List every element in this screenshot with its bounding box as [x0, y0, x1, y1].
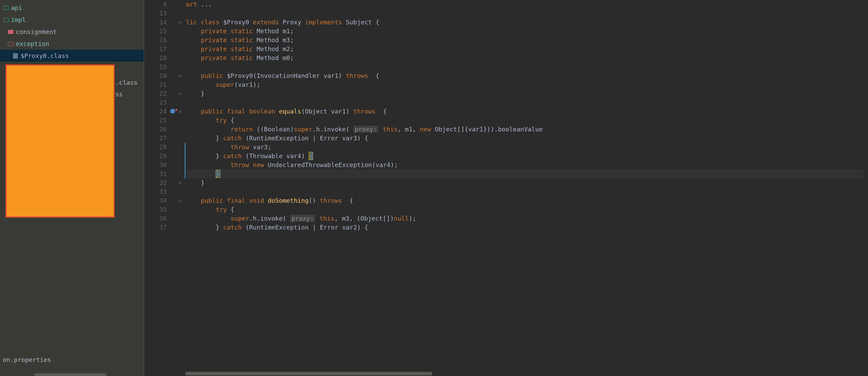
- code-line[interactable]: try {: [186, 205, 868, 214]
- code-line[interactable]: [186, 9, 868, 18]
- code-line[interactable]: super(var1);: [186, 80, 868, 89]
- folder-icon: [3, 17, 9, 23]
- line-number[interactable]: 34: [144, 196, 167, 205]
- tree-item[interactable]: consignment: [0, 26, 144, 38]
- tree-item[interactable]: $Proxy0.class: [0, 50, 144, 62]
- line-number[interactable]: 26: [144, 125, 167, 134]
- line-number[interactable]: 19: [144, 62, 167, 71]
- code-line[interactable]: private static Method m0;: [186, 54, 868, 62]
- tree-item-label: exception: [16, 40, 49, 47]
- tree-item[interactable]: on.properties: [0, 354, 144, 366]
- line-number[interactable]: 15: [144, 27, 167, 36]
- fold-column[interactable]: ⊟⊟⊟⊟⊟⊟: [177, 0, 185, 376]
- code-line[interactable]: }: [186, 169, 868, 178]
- line-number[interactable]: 23: [144, 98, 167, 107]
- code-line[interactable]: public final void doSomething() throws {: [186, 196, 868, 205]
- line-number[interactable]: 17: [144, 45, 167, 54]
- line-number[interactable]: 30: [144, 161, 167, 169]
- code-line[interactable]: super.h.invoke( proxy: this, m3, (Object…: [186, 214, 868, 223]
- line-number[interactable]: 8: [144, 0, 167, 9]
- matched-bracket: {: [309, 152, 313, 160]
- line-number[interactable]: 31: [144, 169, 167, 178]
- fold-marker-icon[interactable]: ⊟: [178, 20, 183, 25]
- override-icon[interactable]: [170, 109, 175, 114]
- code-line[interactable]: public $Proxy0(InvocationHandler var1) t…: [186, 71, 868, 80]
- tree-item-label: impl: [11, 16, 26, 23]
- change-marker: [185, 143, 186, 178]
- code-editor: 8131415161718192021222324252627282930313…: [144, 0, 868, 376]
- project-tree-sidebar: apiimplconsignmentexception$Proxy0.class…: [0, 0, 144, 376]
- line-number[interactable]: 14: [144, 18, 167, 27]
- tree-item[interactable]: exception: [0, 38, 144, 50]
- code-line[interactable]: private static Method m1;: [186, 27, 868, 36]
- tree-item-label: on.properties: [3, 356, 51, 363]
- line-number[interactable]: 21: [144, 80, 167, 89]
- code-line[interactable]: throw new UndeclaredThrowableException(v…: [186, 161, 868, 169]
- sidebar-horizontal-scrollbar[interactable]: [34, 373, 106, 376]
- line-number[interactable]: 16: [144, 36, 167, 45]
- code-line[interactable]: } catch (RuntimeException | Error var2) …: [186, 223, 868, 232]
- folder-icon: [8, 29, 14, 35]
- line-number[interactable]: 36: [144, 214, 167, 223]
- fold-marker-icon[interactable]: ⊟: [178, 180, 183, 185]
- parameter-hint: proxy:: [353, 126, 378, 133]
- line-number[interactable]: 22: [144, 89, 167, 98]
- code-line[interactable]: public final boolean equals(Object var1)…: [186, 107, 868, 116]
- code-area[interactable]: ort ...lic class $Proxy0 extends Proxy i…: [185, 0, 868, 376]
- code-line[interactable]: throw var3;: [186, 143, 868, 152]
- parameter-hint: proxy:: [290, 215, 315, 222]
- line-number[interactable]: 18: [144, 54, 167, 62]
- line-number[interactable]: 37: [144, 223, 167, 232]
- tree-item-label: $Proxy0.class: [21, 52, 69, 59]
- code-line[interactable]: } catch (RuntimeException | Error var3) …: [186, 134, 868, 143]
- line-number[interactable]: 28: [144, 143, 167, 152]
- code-line[interactable]: lic class $Proxy0 extends Proxy implemen…: [186, 18, 868, 27]
- tree-item[interactable]: impl: [0, 14, 144, 26]
- truncated-label: ss: [115, 91, 123, 98]
- code-line[interactable]: ort ...: [186, 0, 868, 9]
- code-line[interactable]: } catch (Throwable var4) {: [186, 152, 868, 161]
- fold-marker-icon[interactable]: ⊟: [178, 109, 183, 114]
- code-line[interactable]: [186, 62, 868, 71]
- code-line[interactable]: [186, 98, 868, 107]
- code-line[interactable]: private static Method m3;: [186, 36, 868, 45]
- folder-icon: [3, 5, 9, 11]
- code-line[interactable]: private static Method m2;: [186, 45, 868, 54]
- line-number[interactable]: 24: [144, 107, 167, 116]
- class-file-icon: [12, 53, 19, 59]
- line-number[interactable]: 29: [144, 152, 167, 161]
- tree-item-label: api: [11, 4, 22, 11]
- tree-item[interactable]: api: [0, 2, 144, 14]
- code-line[interactable]: [186, 187, 868, 196]
- line-number[interactable]: 25: [144, 116, 167, 125]
- code-line[interactable]: try {: [186, 116, 868, 125]
- matched-bracket: }: [216, 170, 220, 178]
- code-line[interactable]: }: [186, 178, 868, 187]
- fold-marker-icon[interactable]: ⊟: [178, 73, 183, 78]
- truncated-label: .class: [115, 79, 138, 86]
- fold-marker-icon[interactable]: ⊟: [178, 198, 183, 203]
- line-number[interactable]: 35: [144, 205, 167, 214]
- line-number[interactable]: 20: [144, 71, 167, 80]
- fold-marker-icon[interactable]: ⊟: [178, 91, 183, 96]
- editor-horizontal-scrollbar[interactable]: [185, 372, 432, 375]
- redaction-overlay: [5, 64, 115, 218]
- tree-item-label: consignment: [16, 28, 57, 35]
- code-line[interactable]: }: [186, 89, 868, 98]
- line-number[interactable]: 32: [144, 178, 167, 187]
- folder-icon: [8, 41, 14, 47]
- line-number[interactable]: 33: [144, 187, 167, 196]
- code-line[interactable]: return ((Boolean)super.h.invoke( proxy: …: [186, 125, 868, 134]
- line-number-gutter[interactable]: 8131415161718192021222324252627282930313…: [144, 0, 177, 376]
- project-tree[interactable]: apiimplconsignmentexception$Proxy0.class: [0, 0, 144, 62]
- line-number[interactable]: 27: [144, 134, 167, 143]
- line-number[interactable]: 13: [144, 9, 167, 18]
- editor-minimap[interactable]: [864, 0, 868, 376]
